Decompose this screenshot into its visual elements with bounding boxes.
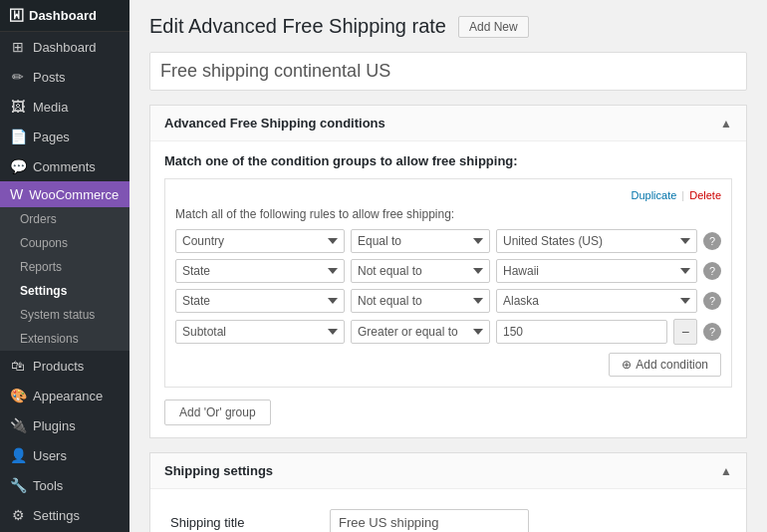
settings-main-icon: ⚙ <box>10 507 26 523</box>
plugins-icon: 🔌 <box>10 417 26 433</box>
appearance-icon: 🎨 <box>10 388 26 403</box>
sidebar-item-label: Comments <box>33 159 96 174</box>
tools-label: Tools <box>33 478 63 493</box>
conditions-title: Advanced Free Shipping conditions <box>164 116 385 131</box>
sidebar-item-label: Posts <box>33 70 66 85</box>
sidebar-item-dashboard[interactable]: ⊞ Dashboard <box>0 32 129 62</box>
plus-icon: ⊕ <box>622 358 632 372</box>
condition-row-state-hawaii: Country State Subtotal Equal to Not equa… <box>175 259 721 283</box>
extensions-label: Extensions <box>20 332 79 346</box>
condition-group: Duplicate | Delete Match all of the foll… <box>164 178 732 388</box>
main-content: Edit Advanced Free Shipping rate Add New… <box>129 0 767 532</box>
condition-row-state-alaska: Country State Subtotal Equal to Not equa… <box>175 289 721 313</box>
sidebar-item-posts[interactable]: ✏ Posts <box>0 62 129 92</box>
shipping-title-row: Shipping title <box>164 501 732 532</box>
condition-value-select-3[interactable]: Alaska <box>496 289 697 313</box>
products-icon: 🛍 <box>10 358 26 374</box>
sidebar-item-products[interactable]: 🛍 Products <box>0 351 129 381</box>
condition-operator-select-1[interactable]: Equal to Not equal to Greater or equal t… <box>351 229 490 253</box>
condition-field-select-3[interactable]: Country State Subtotal <box>175 289 345 313</box>
shipping-title-input[interactable] <box>330 509 529 532</box>
sidebar-item-users[interactable]: 👤 Users <box>0 440 129 470</box>
settings-main-label: Settings <box>33 508 80 523</box>
sidebar-item-label: Pages <box>33 130 70 144</box>
orders-label: Orders <box>20 212 57 226</box>
condition-help-button-2[interactable]: ? <box>703 262 721 280</box>
posts-icon: ✏ <box>10 69 26 85</box>
comments-icon: 💬 <box>10 158 26 174</box>
match-label: Match one of the condition groups to all… <box>164 153 732 168</box>
system-status-label: System status <box>20 308 95 322</box>
sidebar-submenu-woo: Orders Coupons Reports Settings System s… <box>0 207 129 351</box>
settings-label: Settings <box>20 284 67 298</box>
shipping-settings-title: Shipping settings <box>164 463 273 478</box>
action-separator: | <box>681 189 684 201</box>
condition-value-select-2[interactable]: Hawaii <box>496 259 697 283</box>
plugins-label: Plugins <box>33 418 76 433</box>
condition-row-subtotal: Country State Subtotal Equal to Not equa… <box>175 319 721 345</box>
sidebar: 🅆 Dashboard ⊞ Dashboard ✏ Posts 🖼 Media … <box>0 0 129 532</box>
add-or-group-wrap: Add 'Or' group <box>164 399 732 425</box>
sidebar-item-settings[interactable]: Settings <box>0 279 129 303</box>
sidebar-item-coupons[interactable]: Coupons <box>0 231 129 255</box>
sidebar-item-orders[interactable]: Orders <box>0 207 129 231</box>
appearance-label: Appearance <box>33 389 103 403</box>
shipping-settings-table: Shipping title <box>164 501 732 532</box>
conditions-section: Advanced Free Shipping conditions ▲ Matc… <box>149 105 747 438</box>
shipping-settings-collapse-arrow[interactable]: ▲ <box>720 464 732 478</box>
condition-value-input-4[interactable] <box>496 320 667 344</box>
sidebar-item-label: Media <box>33 100 68 115</box>
add-condition-button[interactable]: ⊕ Add condition <box>609 353 721 377</box>
users-icon: 👤 <box>10 447 26 463</box>
condition-field-select-2[interactable]: Country State Subtotal <box>175 259 345 283</box>
sidebar-item-comments[interactable]: 💬 Comments <box>0 151 129 181</box>
conditions-section-header: Advanced Free Shipping conditions ▲ <box>150 106 746 141</box>
sidebar-item-plugins[interactable]: 🔌 Plugins <box>0 410 129 440</box>
condition-help-button-3[interactable]: ? <box>703 292 721 310</box>
duplicate-link[interactable]: Duplicate <box>631 189 676 201</box>
sidebar-item-system-status[interactable]: System status <box>0 303 129 327</box>
wp-logo-icon: 🅆 <box>10 8 23 23</box>
condition-value-select-1[interactable]: United States (US) <box>496 229 697 253</box>
woocommerce-label: WooCommerce <box>29 187 119 202</box>
rate-name-input[interactable] <box>149 52 747 91</box>
woocommerce-icon: W <box>10 186 23 202</box>
add-condition-wrap: ⊕ Add condition <box>175 353 721 377</box>
add-condition-label: Add condition <box>636 358 708 372</box>
condition-operator-select-3[interactable]: Equal to Not equal to Greater or equal t… <box>351 289 490 313</box>
condition-field-select-4[interactable]: Country State Subtotal <box>175 320 345 344</box>
sidebar-item-reports[interactable]: Reports <box>0 255 129 279</box>
group-actions: Duplicate | Delete <box>175 189 721 201</box>
sidebar-item-extensions[interactable]: Extensions <box>0 327 129 351</box>
sidebar-item-woocommerce[interactable]: W WooCommerce <box>0 181 129 207</box>
users-label: Users <box>33 448 67 463</box>
delete-link[interactable]: Delete <box>689 189 721 201</box>
condition-operator-select-2[interactable]: Equal to Not equal to Greater or equal t… <box>351 259 490 283</box>
page-header: Edit Advanced Free Shipping rate Add New <box>149 15 747 38</box>
shipping-settings-header: Shipping settings ▲ <box>150 453 746 489</box>
sidebar-item-appearance[interactable]: 🎨 Appearance <box>0 381 129 410</box>
sidebar-item-media[interactable]: 🖼 Media <box>0 92 129 122</box>
shipping-title-label: Shipping title <box>164 501 324 532</box>
shipping-settings-body: Shipping title <box>150 489 746 532</box>
condition-help-button-1[interactable]: ? <box>703 232 721 250</box>
conditions-collapse-arrow[interactable]: ▲ <box>720 117 732 131</box>
sidebar-item-tools[interactable]: 🔧 Tools <box>0 470 129 500</box>
sidebar-item-pages[interactable]: 📄 Pages <box>0 122 129 151</box>
condition-help-button-4[interactable]: ? <box>703 323 721 341</box>
add-new-button[interactable]: Add New <box>458 16 529 38</box>
sidebar-item-settings-main[interactable]: ⚙ Settings <box>0 500 129 530</box>
condition-remove-button-4[interactable]: − <box>673 319 697 345</box>
condition-operator-select-4[interactable]: Equal to Not equal to Greater or equal t… <box>351 320 490 344</box>
shipping-settings-section: Shipping settings ▲ Shipping title <box>149 452 747 532</box>
condition-field-select-1[interactable]: Country State Subtotal <box>175 229 345 253</box>
sidebar-logo[interactable]: 🅆 Dashboard <box>0 0 129 32</box>
media-icon: 🖼 <box>10 99 26 115</box>
reports-label: Reports <box>20 260 62 274</box>
dashboard-icon: ⊞ <box>10 39 26 55</box>
page-title: Edit Advanced Free Shipping rate <box>149 15 446 38</box>
add-or-group-button[interactable]: Add 'Or' group <box>164 399 271 425</box>
products-label: Products <box>33 359 84 374</box>
pages-icon: 📄 <box>10 129 26 144</box>
sidebar-item-label: Dashboard <box>33 40 97 55</box>
